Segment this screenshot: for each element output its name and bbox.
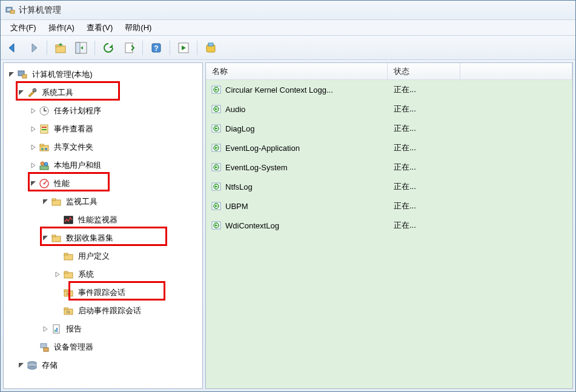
arrow-expanded-icon[interactable] bbox=[17, 361, 25, 370]
col-header-empty[interactable] bbox=[460, 63, 572, 79]
list-body[interactable]: Circular Kernel Context Logg... 正在... Au… bbox=[206, 80, 572, 388]
list-row[interactable]: DiagLog 正在... bbox=[206, 119, 572, 138]
trace-folder-icon: 01 bbox=[63, 305, 74, 316]
tree-user-defined[interactable]: 用户定义 bbox=[5, 247, 201, 265]
tree-systools[interactable]: 系统工具 bbox=[5, 84, 201, 102]
tree-label: 数据收集器集 bbox=[64, 232, 115, 244]
new-collector-button[interactable] bbox=[201, 38, 220, 58]
toolbar-separator-2 bbox=[94, 41, 95, 55]
tree-panel[interactable]: 计算机管理(本地) 系统工具 任务计划程序 事件查看器 共享文件夹 bbox=[3, 62, 203, 389]
folder-icon bbox=[63, 251, 74, 262]
export-button[interactable] bbox=[119, 38, 139, 58]
tree-scheduler[interactable]: 任务计划程序 bbox=[5, 102, 201, 120]
row-name: Circular Kernel Context Logg... bbox=[225, 85, 333, 95]
svg-text:01: 01 bbox=[67, 310, 71, 314]
svg-rect-21 bbox=[40, 144, 44, 146]
arrow-collapsed-icon[interactable] bbox=[53, 270, 62, 279]
folder-icon bbox=[51, 196, 62, 207]
trace-session-icon bbox=[211, 220, 222, 231]
tree-label: 启动事件跟踪会话 bbox=[76, 305, 143, 317]
tree-eventviewer[interactable]: 事件查看器 bbox=[5, 120, 201, 138]
trace-session-icon bbox=[211, 84, 222, 95]
col-header-name[interactable]: 名称 bbox=[206, 63, 388, 79]
storage-icon bbox=[27, 360, 38, 371]
help-button[interactable]: ? bbox=[147, 38, 166, 58]
svg-rect-12 bbox=[208, 43, 213, 46]
arrow-collapsed-icon[interactable] bbox=[29, 161, 38, 170]
tree-startup-event-trace[interactable]: 01 启动事件跟踪会话 bbox=[5, 302, 201, 320]
tree-label: 本地用户和组 bbox=[52, 159, 103, 171]
list-row[interactable]: WdiContextLog 正在... bbox=[206, 216, 572, 235]
menu-view[interactable]: 查看(V) bbox=[81, 21, 119, 35]
tree-label: 报告 bbox=[64, 323, 84, 335]
arrow-expanded-icon[interactable] bbox=[7, 70, 16, 79]
tree-shared[interactable]: 共享文件夹 bbox=[5, 138, 201, 156]
svg-text:01: 01 bbox=[67, 292, 71, 296]
tree-reports[interactable]: 报告 bbox=[5, 320, 201, 338]
eventlog-icon bbox=[39, 124, 50, 135]
tree-perf-monitor[interactable]: 性能监视器 bbox=[5, 211, 201, 229]
arrow-expanded-icon[interactable] bbox=[41, 234, 50, 242]
tree-performance[interactable]: 性能 bbox=[5, 174, 201, 193]
list-panel: 名称 状态 Circular Kernel Context Logg... 正在… bbox=[205, 62, 573, 389]
window-title: 计算机管理 bbox=[19, 5, 61, 16]
svg-rect-6 bbox=[76, 42, 80, 53]
perfmon-icon bbox=[63, 214, 74, 225]
computer-icon bbox=[17, 69, 28, 80]
toolbar-separator-4 bbox=[170, 41, 170, 55]
tree-label: 性能 bbox=[52, 178, 71, 190]
tree-storage[interactable]: 存储 bbox=[5, 356, 201, 374]
menu-file[interactable]: 文件(F) bbox=[4, 21, 42, 35]
back-button[interactable] bbox=[3, 38, 22, 58]
list-row[interactable]: Audio 正在... bbox=[206, 99, 572, 119]
tree-collector-sets[interactable]: 数据收集器集 bbox=[5, 229, 201, 247]
app-icon bbox=[5, 5, 15, 15]
arrow-collapsed-icon[interactable] bbox=[29, 107, 38, 115]
row-status: 正在... bbox=[388, 181, 460, 192]
row-name: EventLog-System bbox=[225, 163, 288, 172]
trace-session-icon bbox=[211, 142, 222, 153]
app-window: 计算机管理 文件(F) 操作(A) 查看(V) 帮助(H) ? bbox=[0, 0, 576, 392]
row-name: UBPM bbox=[225, 202, 248, 211]
tree-label: 事件跟踪会话 bbox=[76, 287, 127, 299]
refresh-button[interactable] bbox=[99, 38, 118, 58]
list-row[interactable]: EventLog-Application 正在... bbox=[206, 138, 572, 158]
clock-icon bbox=[39, 105, 50, 116]
list-row[interactable]: UBPM 正在... bbox=[206, 196, 572, 216]
users-icon bbox=[39, 160, 50, 171]
arrow-expanded-icon[interactable] bbox=[29, 179, 38, 188]
col-header-status[interactable]: 状态 bbox=[388, 63, 460, 79]
list-row[interactable]: EventLog-System 正在... bbox=[206, 158, 572, 177]
tree-devicemgr[interactable]: 设备管理器 bbox=[5, 338, 201, 356]
row-status: 正在... bbox=[388, 142, 460, 153]
toolbar-separator bbox=[47, 41, 47, 55]
list-header: 名称 状态 bbox=[206, 63, 572, 80]
forward-button[interactable] bbox=[24, 38, 43, 58]
list-row[interactable]: NtfsLog 正在... bbox=[206, 177, 572, 196]
arrow-expanded-icon[interactable] bbox=[41, 198, 50, 206]
menu-action[interactable]: 操作(A) bbox=[42, 21, 81, 35]
tree-localusers[interactable]: 本地用户和组 bbox=[5, 156, 201, 174]
play-button[interactable] bbox=[174, 38, 193, 58]
folder-icon bbox=[63, 269, 74, 280]
tree-event-trace-sessions[interactable]: 01 事件跟踪会话 bbox=[5, 284, 201, 302]
show-hide-button[interactable] bbox=[71, 38, 91, 58]
arrow-expanded-icon[interactable] bbox=[17, 88, 25, 97]
tree-label: 设备管理器 bbox=[52, 341, 95, 353]
arrow-collapsed-icon[interactable] bbox=[41, 325, 50, 333]
tree-system[interactable]: 系统 bbox=[5, 265, 201, 284]
arrow-collapsed-icon[interactable] bbox=[29, 143, 38, 151]
menu-help[interactable]: 帮助(H) bbox=[119, 21, 157, 35]
shared-folder-icon bbox=[39, 142, 50, 153]
arrow-collapsed-icon[interactable] bbox=[29, 125, 38, 133]
svg-rect-46 bbox=[56, 328, 58, 332]
tree-root[interactable]: 计算机管理(本地) bbox=[5, 65, 201, 84]
svg-point-28 bbox=[44, 183, 45, 185]
device-icon bbox=[39, 342, 50, 353]
tree-monitor-tools[interactable]: 监视工具 bbox=[5, 193, 201, 211]
row-name: DiagLog bbox=[225, 124, 254, 133]
svg-rect-48 bbox=[44, 348, 48, 351]
up-button[interactable] bbox=[51, 38, 70, 58]
trace-session-icon bbox=[211, 162, 222, 173]
list-row[interactable]: Circular Kernel Context Logg... 正在... bbox=[206, 80, 572, 99]
